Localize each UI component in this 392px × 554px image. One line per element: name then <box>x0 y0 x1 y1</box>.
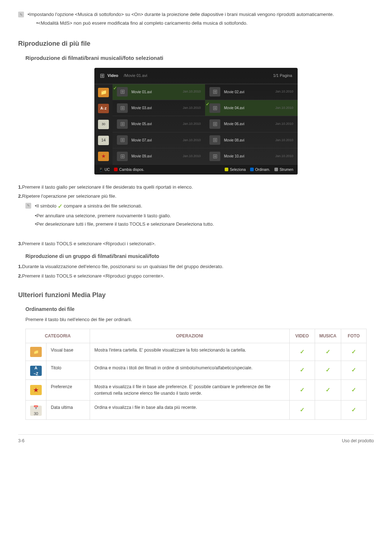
check-icon: ✓ <box>300 348 305 356</box>
file-name: Movie 04.avi <box>224 105 275 111</box>
category-name: Preferenze <box>46 380 90 401</box>
sidebar-sort-az-icon[interactable]: A↓z <box>98 104 109 113</box>
category-name: Titolo <box>46 361 90 380</box>
file-name: Movie 03.avi <box>131 105 183 111</box>
sidebar-number-icon[interactable]: 14 <box>98 136 109 145</box>
heading-ordinamento: Ordinamento dei file <box>25 305 374 313</box>
symbol-note-2: •Per annullare una selezione, premere nu… <box>35 212 374 219</box>
ui-header: ⊞ Video /Movie 01.avi 1/1 Pagina <box>94 68 298 84</box>
file-item[interactable]: ⊞Movie 08.aviJan.10.2010 <box>205 132 298 148</box>
file-item[interactable]: ✓⊞Movie 04.aviJan.10.2010 <box>205 100 298 116</box>
check-icon: ✓ <box>326 386 330 394</box>
file-name: Movie 05.avi <box>131 121 183 127</box>
file-date: Jan.10.2010 <box>183 154 201 159</box>
folder-icon: 📁 <box>30 347 42 357</box>
check-icon: ✓ <box>351 366 356 374</box>
sort-hint: Ordinam. <box>250 167 270 172</box>
file-date: Jan.10.2010 <box>275 154 293 159</box>
file-item[interactable]: ⊞Movie 07.aviJan.10.2010 <box>113 132 205 148</box>
music-support: ✓ <box>315 361 341 380</box>
film-reel-icon: ⊞ <box>209 135 220 145</box>
film-reel-icon: ⊞ <box>117 135 128 145</box>
file-date: Jan.10.2010 <box>275 122 293 127</box>
table-row: 📁Visual baseMostra l'intera cartella. E'… <box>26 343 367 361</box>
file-date: Jan.10.2010 <box>183 138 201 143</box>
info-icon: ✎ <box>25 203 31 209</box>
ui-current-path: /Movie 01.avi <box>124 73 147 79</box>
symbol-note-1: •Il simbolo ✓ compare a sinistra dei fil… <box>35 202 374 211</box>
file-item[interactable]: ✓⊞Movie 01.aviJan.10.2010 <box>113 84 205 100</box>
file-date: Jan.10.2010 <box>275 89 293 94</box>
symbol-note-3: •Per deselezionare tutti i file, premere… <box>35 221 374 228</box>
film-reel-icon: ⊞ <box>117 152 128 161</box>
change-device-hint: Cambia dispos. <box>114 167 144 172</box>
sidebar-calendar-icon[interactable]: 30 <box>98 120 109 129</box>
th-foto: FOTO <box>341 329 367 343</box>
file-name: Movie 09.avi <box>131 153 183 159</box>
file-date: Jan.10.2010 <box>183 106 201 111</box>
step-2: 2.Ripetere l'operazione per selezionare … <box>18 193 374 200</box>
info-icon: ✎ <box>18 12 24 17</box>
page-footer: 3-6 Uso del prodotto <box>18 434 374 444</box>
file-item[interactable]: ⊞Movie 10.aviJan.10.2010 <box>205 148 298 164</box>
check-icon: ✓ <box>351 348 356 356</box>
ui-category-title: Video <box>107 73 118 79</box>
file-browser-screenshot: ⊞ Video /Movie 01.avi 1/1 Pagina 📁 A↓z 3… <box>94 68 298 175</box>
category-desc: Ordina e visualizza i file in base alla … <box>90 401 290 420</box>
sidebar-folder-icon[interactable]: 📁 <box>98 88 109 97</box>
file-item[interactable]: ⊞Movie 06.aviJan.10.2010 <box>205 116 298 132</box>
check-icon: ✓ <box>326 366 330 374</box>
photo-support: ✓ <box>341 401 367 420</box>
group-step-2: 2.Premere il tasto TOOLS e selezionare <… <box>18 272 374 280</box>
check-icon: ✓ <box>351 406 356 414</box>
ui-page-indicator: 1/1 Pagina <box>273 73 292 79</box>
photo-support: ✓ <box>341 343 367 361</box>
file-item[interactable]: ⊞Movie 09.aviJan.10.2010 <box>113 148 205 164</box>
photo-support: ✓ <box>341 380 367 401</box>
heading-riproduzione-gruppo: Riproduzione di un gruppo di filmati/bra… <box>25 253 374 260</box>
table-row: 📅30Data ultimaOrdina e visualizza i file… <box>26 401 367 420</box>
film-reel-icon: ⊞ <box>209 103 220 113</box>
group-step-1: 1.Durante la visualizzazione dell'elenco… <box>18 263 374 270</box>
sort-options-table: CATEGORIA OPERAZIONI VIDEO MUSICA FOTO 📁… <box>25 329 367 420</box>
check-icon: ✓ <box>300 386 305 394</box>
check-icon: ✓ <box>300 366 305 374</box>
file-name: Movie 10.avi <box>224 153 275 159</box>
tools-hint: Strumen <box>274 167 293 172</box>
footer-section-title: Uso del prodotto <box>342 438 374 444</box>
category-desc: Mostra e visualizza il file in base alle… <box>90 380 290 401</box>
note-line-2: •<Modalità MdS> non può essere modificat… <box>28 20 374 27</box>
photo-support: ✓ <box>341 361 367 380</box>
video-support: ✓ <box>289 343 315 361</box>
video-category-icon: ⊞ <box>100 71 105 80</box>
file-item[interactable]: ⊞Movie 05.aviJan.10.2010 <box>113 116 205 132</box>
table-row: A~ZTitoloOrdina e mostra i titoli dei fi… <box>26 361 367 380</box>
th-operazioni: OPERAZIONI <box>90 329 290 343</box>
file-date: Jan.10.2010 <box>275 106 293 111</box>
page-number: 3-6 <box>18 438 24 444</box>
sidebar-favorite-icon[interactable]: ★ <box>98 152 109 161</box>
category-desc: Mostra l'intera cartella. E' possibile v… <box>90 343 290 361</box>
file-item[interactable]: ⊞Movie 02.aviJan.10.2010 <box>205 84 298 100</box>
ui-footer: 📱 UC Cambia dispos. Seleziona Ordinam. S… <box>94 165 298 175</box>
file-date: Jan.10.2010 <box>183 89 201 94</box>
category-name: Visual base <box>46 343 90 361</box>
file-item[interactable]: ⊞Movie 03.aviJan.10.2010 <box>113 100 205 116</box>
file-name: Movie 02.avi <box>224 89 275 95</box>
heading-riproduzione-piu-file: Riproduzione di più file <box>18 39 374 49</box>
file-date: Jan.10.2010 <box>183 122 201 127</box>
music-support: ✓ <box>315 380 341 401</box>
video-support: ✓ <box>289 401 315 420</box>
th-musica: MUSICA <box>315 329 341 343</box>
file-name: Movie 08.avi <box>224 138 275 143</box>
check-icon: ✓ <box>351 386 356 394</box>
film-reel-icon: ⊞ <box>117 103 128 113</box>
note-line-1: •Impostando l'opzione <Musica di sottofo… <box>28 11 374 18</box>
video-support: ✓ <box>289 361 315 380</box>
heading-ulteriori-funzioni: Ulteriori funzioni Media Play <box>18 290 374 300</box>
device-badge: 📱 UC <box>99 167 110 172</box>
file-name: Movie 07.avi <box>131 138 183 143</box>
star-icon: ★ <box>30 385 42 395</box>
table-row: ★PreferenzeMostra e visualizza il file i… <box>26 380 367 401</box>
th-categoria: CATEGORIA <box>26 329 90 343</box>
